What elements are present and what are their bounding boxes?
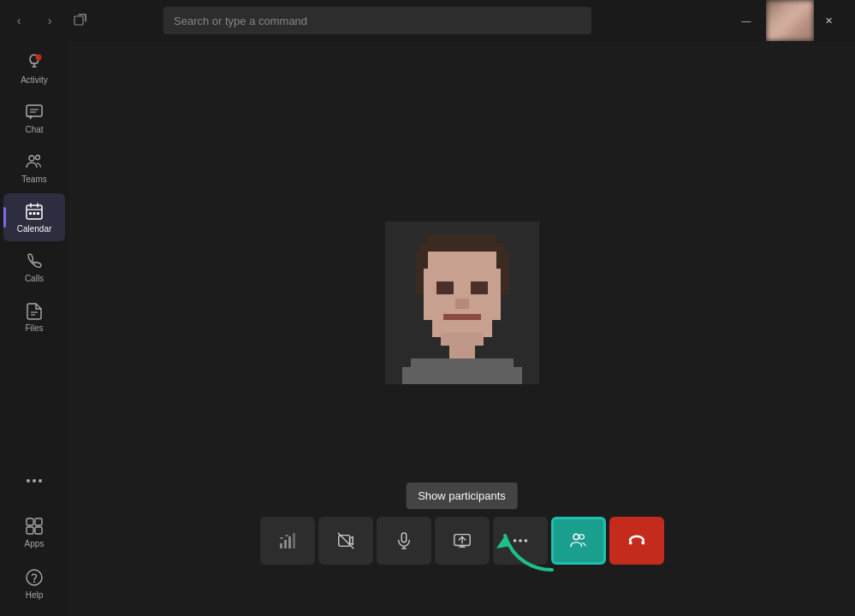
sidebar-bottom: Apps Help — [3, 457, 65, 616]
files-icon — [24, 300, 45, 321]
chat-icon — [24, 102, 45, 122]
apps-icon — [24, 516, 45, 536]
svg-rect-33 — [424, 269, 501, 320]
sidebar-item-help[interactable]: Help — [3, 560, 65, 607]
svg-rect-50 — [401, 533, 407, 542]
svg-rect-39 — [441, 333, 484, 346]
sidebar-label-help: Help — [26, 590, 44, 600]
profile-thumbnail[interactable] — [766, 0, 814, 41]
svg-rect-22 — [35, 518, 42, 525]
sidebar-label-teams: Teams — [21, 175, 46, 184]
svg-point-20 — [39, 479, 42, 483]
svg-rect-45 — [288, 536, 291, 548]
sidebar-label-apps: Apps — [25, 539, 45, 548]
help-icon — [24, 567, 45, 588]
title-bar: ‹ › Search or type a command — □ ✕ — [0, 0, 855, 41]
avatar — [385, 222, 539, 384]
svg-rect-62 — [628, 541, 632, 545]
camera-button[interactable] — [318, 517, 373, 565]
activity-icon — [24, 52, 45, 73]
share-screen-button[interactable] — [435, 517, 490, 565]
svg-rect-44 — [284, 540, 287, 548]
microphone-button[interactable] — [377, 517, 431, 565]
svg-point-60 — [573, 534, 579, 539]
calendar-icon — [24, 201, 45, 222]
arrow-indicator — [496, 510, 565, 582]
profile-image — [766, 0, 814, 41]
svg-point-7 — [29, 156, 34, 161]
svg-rect-46 — [293, 533, 295, 548]
forward-button[interactable]: › — [38, 9, 62, 33]
svg-point-26 — [33, 581, 35, 583]
more-icon — [24, 471, 45, 491]
svg-rect-37 — [443, 314, 481, 321]
svg-rect-36 — [455, 299, 469, 309]
call-area: Show participants — [68, 41, 855, 616]
sidebar-item-chat[interactable]: Chat — [3, 94, 65, 142]
svg-rect-43 — [280, 543, 282, 548]
call-controls — [260, 517, 664, 565]
svg-rect-0 — [74, 16, 83, 25]
svg-rect-34 — [436, 281, 454, 294]
minimize-button[interactable]: — — [727, 7, 766, 34]
sidebar-label-calendar: Calendar — [17, 224, 52, 234]
sidebar-label-files: Files — [25, 323, 43, 333]
sidebar: Activity Chat — [0, 41, 68, 616]
search-placeholder: Search or type a command — [174, 15, 307, 27]
sidebar-item-apps[interactable]: Apps — [3, 508, 65, 556]
sidebar-item-calls[interactable]: Calls — [3, 243, 65, 291]
svg-rect-21 — [27, 518, 33, 525]
signal-button[interactable] — [260, 517, 315, 565]
new-window-button[interactable] — [68, 9, 92, 33]
svg-point-18 — [27, 479, 30, 483]
sidebar-item-more[interactable] — [3, 457, 65, 505]
sidebar-item-files[interactable]: Files — [3, 293, 65, 341]
sidebar-label-activity: Activity — [21, 75, 48, 85]
search-bar[interactable]: Search or type a command — [163, 7, 591, 34]
sidebar-item-teams[interactable]: Teams — [3, 144, 65, 192]
show-participants-tooltip: Show participants — [406, 483, 518, 509]
svg-rect-4 — [27, 105, 42, 116]
teams-icon — [24, 151, 45, 172]
svg-rect-29 — [419, 243, 505, 252]
calls-icon — [24, 251, 45, 271]
sidebar-label-chat: Chat — [25, 125, 43, 134]
svg-rect-24 — [35, 527, 42, 534]
svg-rect-23 — [27, 527, 33, 534]
svg-point-25 — [27, 570, 42, 585]
svg-rect-63 — [641, 541, 644, 545]
back-button[interactable]: ‹ — [7, 9, 31, 33]
sidebar-item-calendar[interactable]: Calendar — [3, 193, 65, 241]
svg-rect-14 — [33, 212, 36, 215]
svg-rect-15 — [37, 212, 39, 215]
sidebar-label-calls: Calls — [25, 274, 44, 283]
close-button[interactable]: ✕ — [809, 7, 848, 34]
svg-rect-42 — [402, 367, 522, 384]
svg-point-19 — [33, 479, 36, 483]
main-content: Activity Chat — [0, 41, 855, 616]
end-call-button[interactable] — [609, 517, 664, 565]
sidebar-item-activity[interactable]: Activity — [3, 44, 65, 92]
svg-point-61 — [579, 535, 584, 540]
svg-point-8 — [36, 156, 40, 160]
svg-point-3 — [36, 55, 42, 61]
avatar-container — [385, 222, 539, 384]
svg-rect-13 — [29, 212, 32, 215]
svg-rect-35 — [471, 281, 488, 294]
svg-rect-30 — [424, 252, 501, 269]
